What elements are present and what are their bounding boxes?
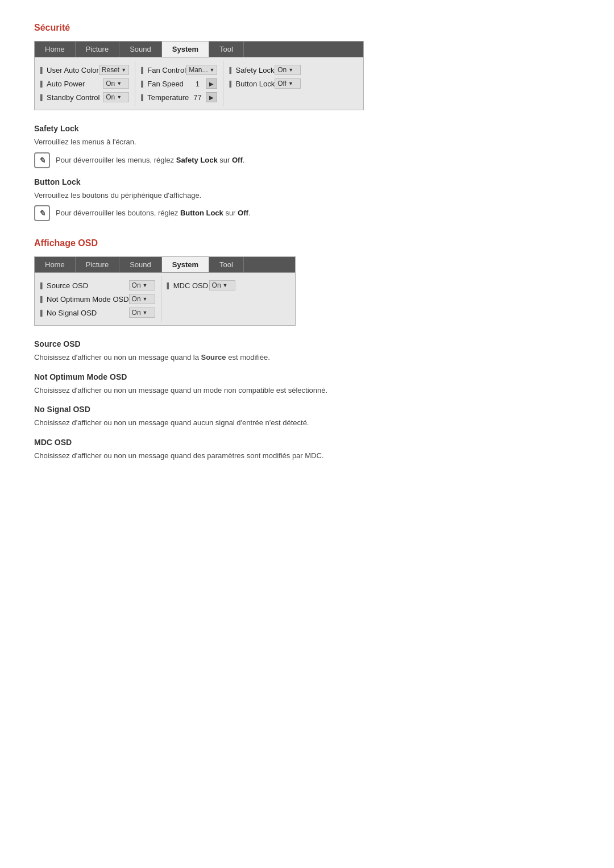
auto-power-label: Auto Power (40, 80, 103, 88)
source-osd-label: Source OSD (40, 281, 129, 290)
no-signal-osd-description: Choisissez d'afficher ou non un message … (34, 417, 580, 429)
fan-speed-label: Fan Speed (141, 80, 189, 88)
osd-menu-panel: Home Picture Sound System Tool Source OS… (34, 256, 296, 326)
source-osd-row: Source OSD On ▼ (40, 279, 155, 292)
tab-system-2[interactable]: System (162, 257, 209, 272)
user-auto-color-select[interactable]: Reset ▼ (99, 65, 129, 75)
tab-picture-2[interactable]: Picture (76, 257, 119, 272)
securite-title: Sécurité (34, 23, 580, 33)
no-signal-osd-arrow: ▼ (143, 310, 148, 315)
button-lock-row: Button Lock Off ▼ (229, 77, 301, 90)
mdc-osd-description: Choisissez d'afficher ou non un message … (34, 450, 580, 462)
mdc-osd-subsection-title: MDC OSD (34, 438, 580, 447)
no-signal-osd-subsection-title: No Signal OSD (34, 405, 580, 414)
safety-lock-subsection-title: Safety Lock (34, 124, 580, 133)
tab-picture-1[interactable]: Picture (76, 41, 119, 57)
auto-power-value: On (106, 80, 115, 88)
fan-control-select[interactable]: Man... ▼ (186, 65, 217, 75)
source-osd-arrow: ▼ (143, 283, 148, 288)
fan-control-value: Man... (189, 66, 208, 74)
standby-control-value: On (106, 93, 115, 101)
standby-control-select[interactable]: On ▼ (103, 92, 129, 102)
auto-power-arrow: ▼ (117, 81, 122, 86)
standby-control-row: Standby Control On ▼ (40, 90, 129, 104)
safety-lock-note-box: ✎ Pour déverrouiller les menus, réglez S… (34, 152, 580, 168)
button-lock-description: Verrouillez les boutons du périphérique … (34, 190, 580, 201)
tab-tool-1[interactable]: Tool (209, 41, 244, 57)
securite-section: Sécurité Home Picture Sound System Tool … (34, 23, 580, 221)
safety-lock-value: On (277, 66, 287, 74)
no-signal-osd-select[interactable]: On ▼ (129, 308, 155, 318)
affichage-osd-title: Affichage OSD (34, 238, 580, 248)
mdc-osd-arrow: ▼ (223, 283, 228, 288)
tab-system-1[interactable]: System (162, 41, 209, 57)
temperature-label: Temperature (141, 93, 189, 102)
tab-sound-2[interactable]: Sound (119, 257, 162, 272)
auto-power-row: Auto Power On ▼ (40, 77, 129, 90)
user-auto-color-row: User Auto Color Reset ▼ (40, 63, 129, 77)
fan-speed-value: 1 (189, 80, 206, 88)
tab-home-1[interactable]: Home (35, 41, 76, 57)
safety-lock-note-icon: ✎ (34, 152, 50, 168)
safety-lock-arrow: ▼ (288, 67, 293, 73)
no-signal-osd-label: No Signal OSD (40, 309, 129, 317)
mdc-osd-row: MDC OSD On ▼ (167, 279, 235, 292)
user-auto-color-value: Reset (102, 66, 119, 74)
not-optimum-osd-value: On (132, 295, 141, 303)
temperature-nav[interactable]: ▶ (206, 92, 217, 102)
source-osd-select[interactable]: On ▼ (129, 280, 155, 290)
tab-sound-1[interactable]: Sound (119, 41, 162, 57)
fan-speed-row: Fan Speed 1 ▶ (141, 77, 217, 90)
fan-control-arrow: ▼ (210, 67, 215, 73)
standby-control-arrow: ▼ (117, 94, 122, 100)
button-lock-select[interactable]: Off ▼ (275, 78, 301, 89)
source-osd-description: Choisissez d'afficher ou non un message … (34, 352, 580, 363)
button-lock-note-box: ✎ Pour déverrouiller les boutons, réglez… (34, 205, 580, 221)
tab-home-2[interactable]: Home (35, 257, 76, 272)
osd-col-1: Source OSD On ▼ Not Optimum Mode OSD On … (35, 276, 161, 322)
fan-control-label: Fan Control (141, 66, 186, 74)
not-optimum-osd-description: Choisissez d'afficher ou non un message … (34, 385, 580, 396)
osd-col-2: MDC OSD On ▼ (161, 276, 241, 322)
securite-col-2: Fan Control Man... ▼ Fan Speed 1 ▶ Tempe… (135, 61, 223, 106)
auto-power-select[interactable]: On ▼ (103, 78, 129, 89)
user-auto-color-arrow: ▼ (121, 67, 126, 73)
not-optimum-osd-row: Not Optimum Mode OSD On ▼ (40, 292, 155, 306)
osd-tabs: Home Picture Sound System Tool (35, 257, 295, 273)
button-lock-note-icon: ✎ (34, 205, 50, 221)
user-auto-color-label: User Auto Color (40, 66, 99, 74)
safety-lock-row: Safety Lock On ▼ (229, 63, 301, 77)
button-lock-subsection-title: Button Lock (34, 177, 580, 186)
no-signal-osd-value: On (132, 309, 141, 317)
mdc-osd-label: MDC OSD (167, 281, 209, 290)
safety-lock-note-text: Pour déverrouiller les menus, réglez Saf… (56, 152, 244, 166)
securite-col-1: User Auto Color Reset ▼ Auto Power On ▼ … (35, 61, 135, 106)
fan-speed-nav[interactable]: ▶ (206, 78, 217, 89)
not-optimum-osd-arrow: ▼ (143, 296, 148, 302)
button-lock-arrow: ▼ (288, 81, 293, 86)
temperature-row: Temperature 77 ▶ (141, 90, 217, 104)
safety-lock-description: Verrouillez les menus à l'écran. (34, 136, 580, 148)
button-lock-label: Button Lock (229, 80, 275, 88)
source-osd-subsection-title: Source OSD (34, 339, 580, 348)
not-optimum-osd-label: Not Optimum Mode OSD (40, 295, 129, 304)
source-osd-value: On (132, 281, 141, 289)
securite-menu-panel: Home Picture Sound System Tool User Auto… (34, 41, 364, 110)
securite-menu-body: User Auto Color Reset ▼ Auto Power On ▼ … (35, 57, 363, 110)
button-lock-note-text: Pour déverrouiller les boutons, réglez B… (56, 205, 250, 219)
standby-control-label: Standby Control (40, 93, 103, 102)
safety-lock-label: Safety Lock (229, 66, 275, 74)
mdc-osd-select[interactable]: On ▼ (209, 280, 235, 290)
temperature-value: 77 (189, 93, 206, 102)
no-signal-osd-row: No Signal OSD On ▼ (40, 306, 155, 319)
safety-lock-select[interactable]: On ▼ (275, 65, 301, 75)
osd-menu-body: Source OSD On ▼ Not Optimum Mode OSD On … (35, 273, 295, 325)
fan-control-row: Fan Control Man... ▼ (141, 63, 217, 77)
affichage-osd-section: Affichage OSD Home Picture Sound System … (34, 238, 580, 461)
tab-tool-2[interactable]: Tool (209, 257, 244, 272)
button-lock-value: Off (277, 80, 287, 88)
not-optimum-osd-subsection-title: Not Optimum Mode OSD (34, 372, 580, 381)
mdc-osd-value: On (212, 281, 221, 289)
not-optimum-osd-select[interactable]: On ▼ (129, 294, 155, 304)
securite-col-3: Safety Lock On ▼ Button Lock Off ▼ (223, 61, 306, 106)
